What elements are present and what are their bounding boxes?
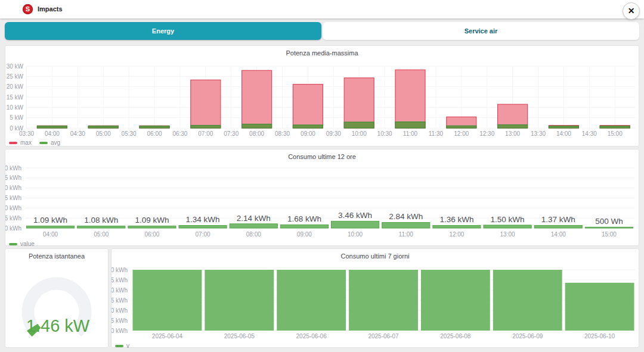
y-axis-label: 30 kW [7, 63, 24, 70]
legend-swatch-v[interactable] [115, 345, 123, 347]
close-icon: ✕ [628, 6, 635, 15]
bar-avg-12:00[interactable] [447, 126, 476, 128]
bar-max-10:00[interactable] [344, 78, 374, 128]
bar-2025-06-04[interactable] [133, 270, 202, 331]
y-axis-label: 30 kWh [112, 267, 128, 273]
bar-2025-06-05[interactable] [205, 270, 274, 331]
bar-avg-07:00[interactable] [191, 125, 221, 128]
x-axis-label: 11:30 [429, 130, 444, 137]
bar-avg-10:00[interactable] [344, 122, 374, 128]
y-axis-label: 20 kWh [112, 287, 128, 294]
bar-avg-11:00[interactable] [395, 122, 425, 128]
bar-value-label: 1.09 kWh [135, 216, 169, 225]
consumption-7d-chart: 0 kWh5 kWh10 kWh15 kWh20 kWh25 kWh30 kWh… [112, 264, 639, 351]
bar-08:00[interactable] [230, 224, 277, 228]
bar-05:00[interactable] [78, 226, 125, 228]
bar-value-label: 1.37 kWh [541, 215, 575, 224]
legend-label-v[interactable]: v [126, 342, 129, 349]
x-axis-label: 09:00 [297, 231, 312, 238]
bar-avg-04:00[interactable] [37, 126, 67, 128]
tab-service-air[interactable]: Service air [323, 22, 639, 40]
close-button[interactable]: ✕ [623, 2, 640, 20]
x-axis-label: 07:00 [196, 231, 210, 238]
bar-12:00[interactable] [433, 225, 481, 228]
x-axis-label: 04:00 [45, 130, 60, 137]
legend-swatch-value[interactable] [9, 243, 17, 245]
y-axis-label: 5 kWh [5, 215, 21, 222]
bar-06:00[interactable] [128, 226, 176, 228]
power-max-avg-chart: 03:3004:0004:3005:0005:3006:0006:3007:00… [5, 61, 639, 148]
bar-09:00[interactable] [280, 225, 328, 228]
bar-2025-06-08[interactable] [421, 270, 490, 331]
bar-avg-06:00[interactable] [140, 126, 169, 128]
x-axis-label: 2025-06-05 [224, 333, 255, 339]
bar-14:00[interactable] [534, 225, 582, 228]
bar-07:00[interactable] [179, 225, 227, 228]
legend-label-avg[interactable]: avg [51, 139, 60, 146]
y-axis-label: 15 kWh [5, 195, 21, 201]
bar-avg-09:00[interactable] [293, 125, 323, 128]
x-axis-label: 09:00 [301, 130, 315, 137]
bar-13:00[interactable] [484, 225, 531, 228]
x-axis-label: 15:00 [608, 130, 623, 137]
x-axis-label: 05:00 [94, 231, 109, 238]
bar-avg-13:00[interactable] [498, 124, 528, 128]
bar-04:00[interactable] [27, 226, 75, 228]
y-axis-label: 30 kWh [5, 165, 21, 172]
x-axis-label: 2025-06-04 [152, 333, 183, 339]
bar-value-label: 1.34 kWh [186, 215, 220, 224]
x-axis-label: 13:30 [531, 130, 546, 137]
chart-title: Consumo ultimi 7 giorni [112, 249, 639, 264]
bar-max-09:00[interactable] [293, 85, 323, 128]
y-axis-label: 15 kW [7, 94, 24, 101]
bar-avg-14:00[interactable] [549, 126, 578, 128]
y-axis-label: 25 kWh [5, 175, 21, 181]
x-axis-label: 13:00 [500, 231, 515, 238]
bar-10:00[interactable] [332, 221, 379, 228]
bar-2025-06-09[interactable] [493, 270, 562, 331]
x-axis-label: 12:30 [479, 130, 494, 137]
y-axis-label: 5 kWh [112, 317, 128, 324]
bar-2025-06-07[interactable] [349, 270, 418, 331]
legend-swatch-max[interactable] [9, 142, 17, 144]
tab-energy[interactable]: Energy [5, 22, 321, 40]
legend-swatch-avg[interactable] [39, 142, 48, 144]
chart-title: Potenza media-massima [5, 46, 639, 61]
consumption-12h-chart: 0 kWh5 kWh10 kWh15 kWh20 kWh25 kWh30 kWh… [5, 165, 639, 249]
bar-value-label: 500 Wh [595, 217, 623, 226]
x-axis-label: 08:00 [246, 231, 261, 238]
y-axis-label: 0 kW [10, 125, 23, 132]
y-axis-label: 10 kW [7, 104, 24, 111]
bar-max-08:00[interactable] [242, 70, 272, 128]
x-axis-label: 05:00 [96, 130, 111, 137]
y-axis-label: 5 kW [10, 114, 23, 121]
x-axis-label: 06:30 [172, 130, 187, 137]
y-axis-label: 25 kW [7, 73, 24, 80]
panel-potenza-media-massima: Potenza media-massima 03:3004:0004:3005:… [5, 45, 639, 147]
x-axis-label: 04:00 [43, 231, 58, 238]
bar-15:00[interactable] [585, 227, 633, 228]
x-axis-label: 08:30 [275, 130, 290, 137]
y-axis-label: 25 kWh [112, 277, 128, 284]
bar-max-07:00[interactable] [191, 80, 221, 128]
panel-consumo-12-ore: Consumo ultime 12 ore 0 kWh5 kWh10 kWh15… [5, 149, 639, 246]
x-axis-label: 11:00 [403, 130, 418, 137]
bar-11:00[interactable] [382, 222, 430, 228]
y-axis-label: 0 kWh [5, 225, 21, 232]
legend-label-value[interactable]: value [20, 241, 35, 247]
bar-2025-06-06[interactable] [277, 270, 346, 331]
x-axis-label: 11:00 [399, 231, 414, 238]
x-axis-label: 2025-06-06 [296, 333, 327, 339]
bar-avg-15:00[interactable] [600, 126, 630, 128]
x-axis-label: 08:00 [249, 130, 264, 137]
bar-avg-08:00[interactable] [242, 124, 272, 128]
y-axis-label: 20 kWh [5, 185, 21, 191]
bar-avg-05:00[interactable] [88, 126, 118, 128]
bar-value-label: 1.50 kWh [491, 215, 525, 224]
bar-2025-06-10[interactable] [565, 283, 634, 331]
x-axis-label: 03:30 [19, 130, 34, 137]
legend-label-max[interactable]: max [20, 139, 32, 146]
bar-max-11:00[interactable] [395, 70, 425, 128]
panel-consumo-7-giorni: Consumo ultimi 7 giorni 0 kWh5 kWh10 kWh… [111, 248, 639, 348]
y-axis-label: 10 kWh [5, 205, 21, 211]
